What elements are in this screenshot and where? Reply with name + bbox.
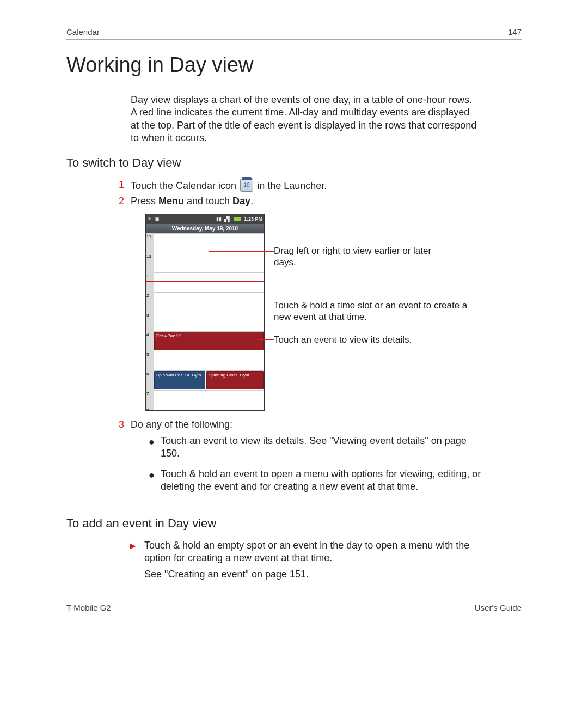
- event-erick[interactable]: Erick-Paz 1:1: [154, 332, 264, 350]
- status-time: 1:23 PM: [244, 216, 262, 222]
- callout-line-1: [209, 251, 274, 252]
- add-event-step: ▶ Touch & hold an empty spot or an event…: [144, 539, 487, 581]
- network-icon: ▮▮: [216, 216, 222, 222]
- step-number: 2: [119, 195, 124, 208]
- hour-label: 5: [146, 352, 149, 357]
- footer-guide: User's Guide: [475, 603, 522, 612]
- hour-label: 2: [146, 293, 149, 298]
- bullet-dot-icon: ●: [149, 436, 155, 448]
- step2-pre: Press: [131, 196, 158, 206]
- step2-mid: and touch: [184, 196, 232, 206]
- day-grid[interactable]: 11 12 1 2 3 4 5 6 7 8 Erick-Paz 1:1: [146, 233, 264, 410]
- bullet-text: Touch an event to view its details. See …: [161, 435, 467, 459]
- callout-hold-slot: Touch & hold a time slot or an event to …: [274, 300, 470, 323]
- bullet-text: Touch & hold an event to open a menu wit…: [161, 468, 481, 492]
- step3-text: Do any of the following:: [131, 419, 232, 430]
- sync-icon: ▣: [155, 216, 160, 222]
- mail-icon: ✉: [148, 216, 152, 222]
- status-icons-left: ✉ ▣: [148, 216, 161, 222]
- callout-drag: Drag left or right to view earlier or la…: [274, 245, 454, 269]
- status-bar: ✉ ▣ ▮▮ ▞▌ 1:23 PM: [146, 214, 264, 224]
- step-2: 2 Press Menu and touch Day.: [131, 195, 479, 208]
- subheading-add-event: To add an event in Day view: [66, 516, 216, 531]
- hour-label: 12: [146, 254, 151, 259]
- hour-label: 1: [146, 273, 149, 278]
- hour-label: 7: [146, 391, 149, 396]
- day-view-screenshot: ✉ ▣ ▮▮ ▞▌ 1:23 PM Wednesday, May 19, 201…: [145, 214, 265, 411]
- current-time-line: [146, 281, 264, 282]
- signal-icon: ▞▌: [224, 216, 231, 222]
- callout-touch-event: Touch an event to view its details.: [274, 334, 470, 345]
- hour-label: 3: [146, 313, 149, 318]
- hour-column: 11 12 1 2 3 4 5 6 7 8: [146, 233, 154, 410]
- date-header: Wednesday, May 19, 2010: [146, 224, 264, 233]
- day-label: Day: [232, 196, 250, 206]
- hour-label: 6: [146, 372, 149, 376]
- hour-label: 11: [146, 234, 151, 239]
- intro-paragraph: Day view displays a chart of the events …: [131, 94, 479, 145]
- page-title: Working in Day view: [66, 53, 254, 77]
- add-event-text: Touch & hold an empty spot or an event i…: [144, 539, 487, 565]
- hour-label: 8: [146, 407, 149, 412]
- footer-device: T-Mobile G2: [66, 603, 111, 612]
- step3-bullets: ● Touch an event to view its details. Se…: [161, 435, 487, 501]
- callout-line-3: [257, 339, 274, 340]
- header-rule: [66, 39, 522, 40]
- step-number: 1: [119, 179, 124, 191]
- callout-line-2: [233, 306, 274, 306]
- status-icons-right: ▮▮ ▞▌ 1:23 PM: [215, 216, 262, 222]
- step1-text-post: in the Launcher.: [257, 180, 327, 191]
- event-spinning[interactable]: Spinning Class, Gym: [206, 371, 264, 389]
- bullet-item: ● Touch & hold an event to open a menu w…: [161, 468, 487, 494]
- hour-label: 4: [146, 332, 149, 337]
- step-1: 1 Touch the Calendar icon 10 in the Laun…: [131, 179, 479, 192]
- step1-text-pre: Touch the Calendar icon: [131, 180, 239, 191]
- step2-post: .: [250, 196, 253, 206]
- page-number: 147: [508, 27, 522, 36]
- step-number: 3: [119, 418, 124, 431]
- menu-label: Menu: [158, 196, 184, 206]
- bullet-item: ● Touch an event to view its details. Se…: [161, 435, 487, 460]
- battery-icon: [234, 217, 241, 221]
- bullet-dot-icon: ●: [149, 469, 155, 482]
- step-3: 3 Do any of the following:: [131, 418, 479, 431]
- subheading-switch: To switch to Day view: [66, 156, 181, 170]
- calendar-icon: 10: [240, 179, 253, 192]
- event-spin[interactable]: Spin with Paz, SF Gym: [154, 371, 205, 389]
- triangle-bullet-icon: ▶: [130, 540, 136, 551]
- page-header-section: Calendar: [66, 27, 100, 36]
- add-event-ref: See "Creating an event" on page 151.: [144, 568, 487, 581]
